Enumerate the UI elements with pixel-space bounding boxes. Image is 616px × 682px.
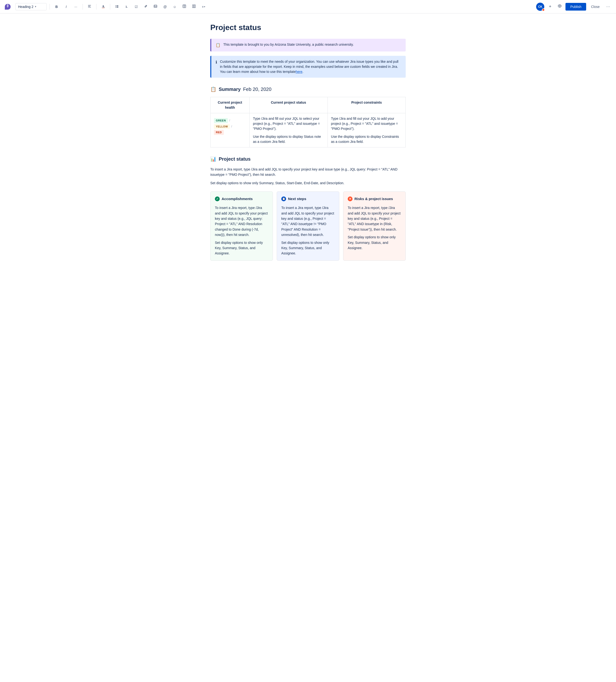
emoji-button[interactable]: ☺ [171, 3, 179, 10]
risks-card: ✕ Risks & project issues To insert a Jir… [343, 191, 406, 261]
table-header-status: Current project status [249, 97, 328, 113]
page-title: Project status [210, 23, 406, 32]
status-cell-text: Type /Jira and fill out your JQL to sele… [253, 116, 324, 144]
svg-point-10 [155, 5, 155, 6]
align-button[interactable] [86, 3, 93, 10]
svg-rect-6 [116, 6, 118, 7]
risks-card-header: ✕ Risks & project issues [348, 196, 401, 202]
constraints-cell: Type /Jira and fill out your JQL to add … [328, 113, 405, 147]
svg-point-5 [115, 6, 116, 7]
task-button[interactable]: ☑ [132, 3, 140, 10]
accomplishments-body: To insert a Jira report, type /Jira and … [215, 205, 268, 256]
svg-rect-4 [116, 5, 118, 6]
yellow-badge-row: YELLOW / [214, 124, 246, 129]
svg-point-3 [115, 5, 116, 6]
svg-rect-15 [194, 5, 195, 8]
project-status-body-2: Set display options to show only Summary… [210, 180, 406, 186]
watch-icon [557, 4, 562, 9]
table-header-constraints: Project constraints [328, 97, 405, 113]
badge-slash-2: / [231, 124, 232, 129]
layout-icon [192, 4, 196, 9]
toolbar-divider-3 [96, 4, 96, 9]
close-button[interactable]: Close [588, 3, 602, 10]
table-row: GREEN / YELLOW / RED Type / [211, 113, 406, 147]
status-badges: GREEN / YELLOW / RED [214, 116, 246, 137]
accomplishments-title: Accomplishments [222, 196, 252, 202]
text-color-button[interactable]: A [100, 3, 107, 10]
ordered-list-icon: 1. [125, 5, 128, 8]
project-status-label: Project status [219, 156, 250, 162]
next-steps-card: 📋 Next steps To insert a Jira report, ty… [277, 191, 339, 261]
status-cell: Type /Jira and fill out your JQL to sele… [249, 113, 328, 147]
table-icon [182, 4, 186, 9]
svg-rect-1 [88, 6, 90, 6]
more-options-button[interactable]: ··· [604, 3, 612, 10]
notification-badge [542, 8, 545, 11]
accomplishments-icon: ✓ [215, 197, 220, 201]
next-steps-body: To insert a Jira report, type /Jira and … [281, 205, 335, 256]
risks-icon: ✕ [348, 197, 353, 201]
link-icon [144, 4, 148, 9]
yellow-badge: YELLOW [214, 124, 230, 129]
risks-body: To insert a Jira report, type /Jira and … [348, 205, 401, 251]
mention-icon: @ [163, 5, 167, 9]
insert-plus-icon: + [202, 5, 204, 9]
bold-button[interactable]: B [53, 3, 60, 10]
link-button[interactable] [142, 3, 150, 10]
summary-date: Feb 20, 2020 [243, 87, 271, 92]
cards-grid: ✓ Accomplishments To insert a Jira repor… [210, 191, 406, 261]
svg-point-16 [559, 5, 560, 7]
info-icon: ℹ [216, 60, 217, 65]
add-collaborator-button[interactable]: + [546, 3, 554, 10]
insert-button[interactable]: + ▾ [200, 3, 207, 10]
toolbar-right: CK + Publish Close ··· [536, 3, 612, 11]
risks-title: Risks & project issues [354, 196, 393, 202]
template-icon: 📋 [216, 42, 220, 48]
avatar-initials: CK [538, 5, 542, 8]
project-status-icon: 📊 [210, 156, 216, 162]
user-avatar[interactable]: CK [536, 3, 544, 11]
status-table: Current project health Current project s… [210, 97, 406, 147]
svg-rect-0 [88, 5, 91, 5]
mention-button[interactable]: @ [161, 3, 169, 10]
more-options-icon: ··· [607, 5, 610, 9]
red-badge-row: RED [214, 130, 246, 135]
layout-button[interactable] [190, 3, 198, 10]
main-content: Project status 📋 This template is brough… [204, 14, 412, 275]
svg-point-7 [115, 7, 116, 8]
italic-button[interactable]: I [62, 3, 70, 10]
summary-label: Summary [219, 87, 241, 92]
next-steps-title: Next steps [288, 196, 306, 202]
svg-rect-8 [116, 7, 118, 8]
heading-label: Heading 2 [18, 5, 34, 9]
green-badge: GREEN [214, 118, 228, 123]
watch-button[interactable] [556, 3, 564, 10]
toolbar-divider-4 [110, 4, 110, 9]
image-button[interactable] [152, 3, 159, 10]
accomplishments-card-header: ✓ Accomplishments [215, 196, 268, 202]
task-icon: ☑ [135, 5, 138, 9]
table-header-health: Current project health [211, 97, 249, 113]
image-icon [154, 4, 157, 9]
constraints-cell-text: Type /Jira and fill out your JQL to add … [331, 116, 402, 144]
emoji-icon: ☺ [173, 5, 176, 9]
template-info-box: 📋 This template is brought to you by Ari… [210, 39, 406, 51]
add-icon: + [549, 4, 551, 9]
heading-dropdown[interactable]: Heading 2 ▾ [16, 3, 47, 10]
bullet-list-icon [115, 4, 119, 9]
green-badge-row: GREEN / [214, 118, 246, 123]
next-steps-card-header: 📋 Next steps [281, 196, 335, 202]
svg-rect-2 [88, 7, 91, 7]
bullet-list-button[interactable] [113, 3, 121, 10]
app-logo [4, 3, 12, 10]
customize-info-text: Customize this template to meet the need… [220, 59, 401, 74]
text-color-icon: A [102, 5, 105, 9]
more-formatting-button[interactable]: ··· [72, 3, 80, 10]
here-link[interactable]: here [296, 70, 303, 74]
ordered-list-button[interactable]: 1. [123, 3, 130, 10]
table-button[interactable] [180, 3, 188, 10]
accomplishments-card: ✓ Accomplishments To insert a Jira repor… [210, 191, 273, 261]
publish-button[interactable]: Publish [566, 3, 586, 10]
red-badge: RED [214, 130, 224, 135]
next-steps-icon: 📋 [281, 197, 286, 201]
